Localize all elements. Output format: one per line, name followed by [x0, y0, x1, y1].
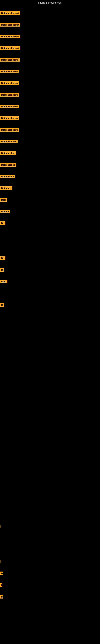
bottleneck-result-badge: Bo — [0, 256, 5, 260]
bottleneck-result-badge: Bottleneck result — [0, 23, 20, 26]
bottleneck-result-badge: Bottleneck resu — [0, 128, 19, 132]
small-indicator: | — [0, 560, 1, 563]
bottleneck-result-badge: Bottleneck re — [0, 151, 16, 155]
small-indicator: | — [0, 525, 1, 528]
bottleneck-result-badge: Bo — [0, 222, 5, 225]
bottleneck-result-badge: Bottleneck resul — [0, 58, 20, 62]
bottleneck-result-badge: Bottleneck resu — [0, 81, 19, 85]
bottleneck-result-badge: Bottleneck resu — [0, 116, 19, 120]
bottleneck-result-badge: B — [0, 595, 3, 598]
bottleneck-result-badge: B — [0, 572, 3, 575]
bottleneck-result-badge: Bottl — [0, 280, 7, 283]
bottleneck-result-badge: Bottlen — [0, 210, 10, 213]
bottleneck-result-badge: Bottleneck res — [0, 140, 18, 143]
bottleneck-result-badge: Bottleneck resu — [0, 93, 19, 96]
bottleneck-result-badge: B — [0, 268, 3, 272]
bottleneck-result-badge: B — [0, 303, 4, 307]
bottleneck-result-badge: B — [0, 583, 2, 587]
bottleneck-result-badge: Bottlenec — [0, 186, 12, 190]
bottleneck-result-badge: Bottleneck resu — [0, 70, 19, 73]
bottleneck-result-badge: Bottleneck resu — [0, 105, 19, 108]
bottleneck-result-badge: Bottleneck result — [0, 11, 20, 15]
bottleneck-result-badge: Bott — [0, 198, 7, 202]
bottleneck-result-badge: Bottleneck result — [0, 46, 20, 50]
bottleneck-result-badge: Bottleneck r — [0, 175, 15, 178]
bottleneck-result-badge: Bottleneck result — [0, 34, 20, 38]
bottleneck-result-badge: Bottleneck re — [0, 163, 16, 167]
